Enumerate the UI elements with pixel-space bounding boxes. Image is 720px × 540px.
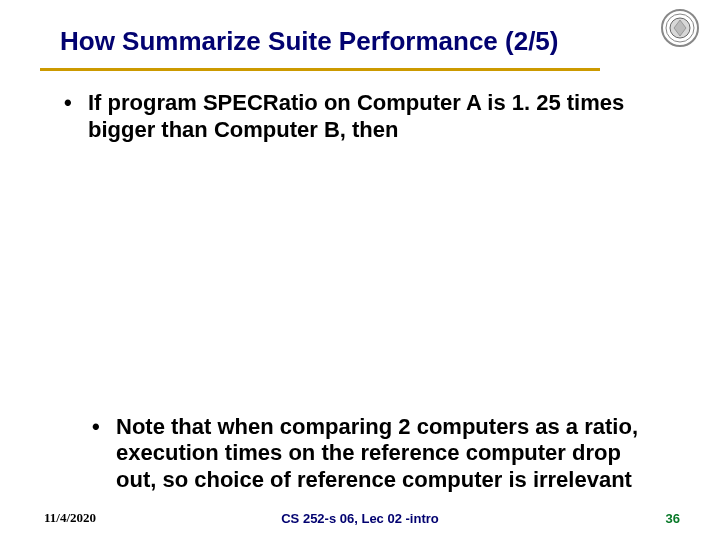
footer: 11/4/2020 CS 252-s 06, Lec 02 -intro 36 (0, 506, 720, 526)
footer-page-number: 36 (666, 511, 680, 526)
bullet-level-2: Note that when comparing 2 computers as … (88, 414, 660, 494)
slide-title: How Summarize Suite Performance (2/5) (60, 26, 558, 57)
title-underline (40, 68, 600, 71)
footer-course: CS 252-s 06, Lec 02 -intro (0, 511, 720, 526)
bullet-list: If program SPECRatio on Computer A is 1.… (60, 90, 660, 494)
bullet-level-1: If program SPECRatio on Computer A is 1.… (60, 90, 660, 144)
university-seal-icon (660, 8, 700, 48)
slide: How Summarize Suite Performance (2/5) If… (0, 0, 720, 540)
